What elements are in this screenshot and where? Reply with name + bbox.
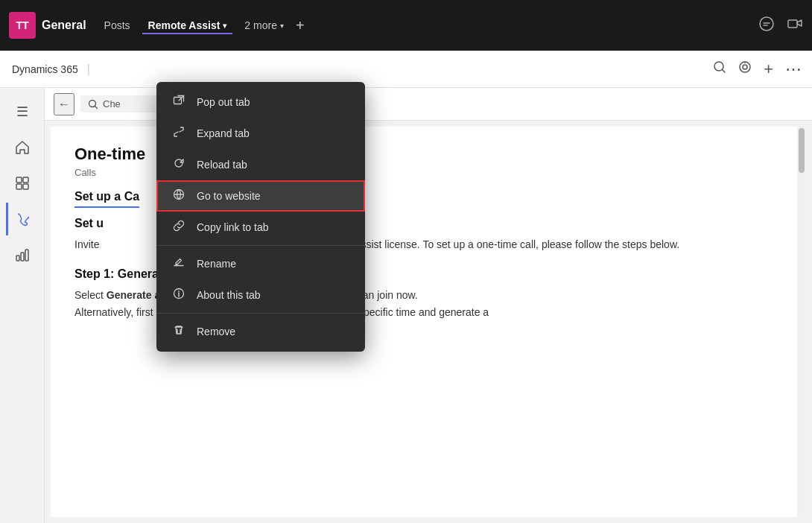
copy-link-to-tab-label: Copy link to tab — [197, 221, 269, 233]
menu-item-about-this-tab[interactable]: About this tab — [156, 279, 365, 311]
svg-line-15 — [95, 106, 98, 108]
top-bar-icons — [758, 16, 803, 36]
svg-line-3 — [723, 70, 726, 73]
sidebar-item-analytics[interactable] — [6, 238, 39, 271]
breadcrumb-divider: | — [87, 63, 90, 76]
main-layout: ☰ ← Che One-time Calls Set up a Ca — [0, 88, 812, 523]
menu-item-remove[interactable]: Remove — [156, 316, 365, 347]
tab-more-label: 2 more — [244, 19, 277, 31]
sidebar: ☰ — [0, 88, 45, 523]
svg-point-0 — [760, 17, 773, 31]
sidebar-item-menu[interactable]: ☰ — [6, 95, 39, 128]
search-icon[interactable] — [713, 60, 726, 77]
menu-divider-2 — [156, 313, 365, 314]
svg-rect-11 — [16, 256, 19, 261]
svg-rect-10 — [23, 184, 28, 189]
reload-tab-label: Reload tab — [197, 159, 247, 171]
scrollbar-track[interactable] — [797, 127, 806, 517]
expand-tab-icon — [171, 126, 186, 141]
reload-tab-icon — [171, 157, 186, 172]
add-icon[interactable]: + — [764, 60, 773, 79]
pop-out-tab-label: Pop out tab — [197, 96, 250, 108]
expand-tab-label: Expand tab — [197, 127, 250, 139]
rename-icon — [171, 256, 186, 271]
setup-label: Set up a Ca — [74, 190, 139, 208]
scrollbar-thumb[interactable] — [799, 128, 805, 173]
menu-item-copy-link-to-tab[interactable]: Copy link to tab — [156, 212, 365, 243]
chat-icon[interactable] — [758, 16, 775, 36]
go-to-website-label: Go to website — [197, 190, 261, 202]
avatar: TT — [9, 12, 36, 39]
pop-out-tab-icon — [171, 95, 186, 110]
copy-link-to-tab-icon — [171, 220, 186, 235]
breadcrumb: Dynamics 365 — [12, 63, 78, 75]
svg-rect-12 — [21, 253, 24, 261]
menu-item-pop-out-tab[interactable]: Pop out tab — [156, 86, 365, 118]
svg-point-4 — [740, 62, 750, 72]
tab-remote-assist-arrow: ▾ — [223, 22, 226, 30]
svg-rect-13 — [25, 250, 28, 261]
go-to-website-icon — [171, 188, 186, 203]
sub-header-icons: + ⋯ — [713, 60, 800, 79]
tab-more[interactable]: 2 more ▾ — [238, 16, 290, 34]
tab-posts[interactable]: Posts — [98, 16, 136, 34]
svg-rect-7 — [16, 177, 22, 183]
tab-more-arrow: ▾ — [280, 22, 284, 30]
add-tab-button[interactable]: + — [296, 17, 305, 34]
svg-rect-9 — [16, 184, 22, 189]
svg-rect-16 — [174, 98, 182, 104]
tab-remote-assist-label: Remote Assist — [148, 19, 221, 31]
rename-label: Rename — [197, 258, 236, 270]
search-bar-icon — [88, 99, 98, 110]
target-icon[interactable] — [738, 60, 752, 77]
about-this-tab-icon — [171, 288, 186, 302]
search-bar-text: Che — [103, 98, 121, 110]
sidebar-item-home[interactable] — [6, 131, 39, 164]
menu-divider-1 — [156, 245, 365, 246]
sidebar-item-calls[interactable] — [6, 203, 39, 235]
menu-item-go-to-website[interactable]: Go to website — [156, 180, 365, 212]
menu-item-rename[interactable]: Rename — [156, 248, 365, 279]
video-icon[interactable] — [787, 16, 803, 36]
about-this-tab-label: About this tab — [197, 289, 261, 301]
menu-item-expand-tab[interactable]: Expand tab — [156, 118, 365, 149]
more-options-icon[interactable]: ⋯ — [785, 60, 800, 79]
back-button[interactable]: ← — [54, 93, 74, 115]
svg-rect-1 — [788, 20, 797, 28]
sidebar-item-apps[interactable] — [6, 167, 39, 200]
menu-item-reload-tab[interactable]: Reload tab — [156, 149, 365, 180]
svg-rect-8 — [23, 177, 28, 183]
sub-header: Dynamics 365 | + ⋯ — [0, 51, 812, 88]
context-menu: Pop out tab Expand tab Reload tab Go to … — [156, 82, 365, 352]
top-bar: TT General Posts Remote Assist ▾ 2 more … — [0, 0, 812, 51]
remove-label: Remove — [197, 326, 235, 337]
tab-remote-assist[interactable]: Remote Assist ▾ — [142, 16, 233, 34]
channel-name: General — [42, 19, 86, 32]
svg-point-5 — [743, 65, 747, 69]
remove-icon — [171, 324, 186, 339]
